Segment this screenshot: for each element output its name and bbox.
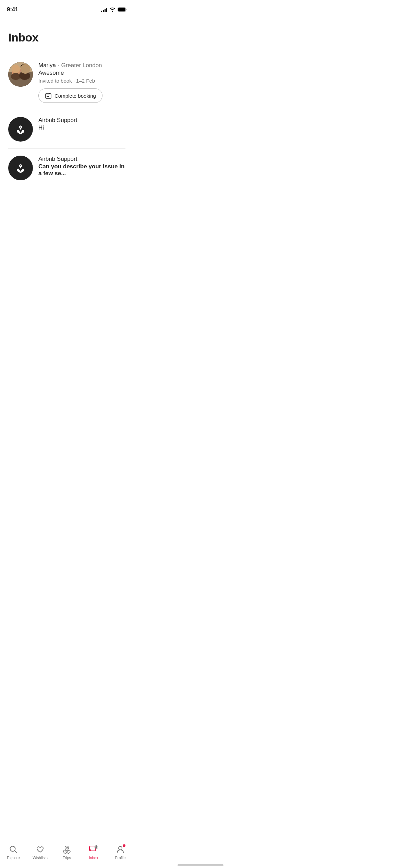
battery-icon [118, 7, 127, 12]
message-body-support-1: Airbnb Support Hi [38, 117, 125, 133]
svg-rect-1 [118, 8, 125, 12]
message-body-support-2: Airbnb Support Can you describe your iss… [38, 156, 125, 178]
svg-rect-13 [47, 96, 48, 97]
message-item-support-1[interactable]: Airbnb Support Hi [8, 110, 125, 149]
svg-rect-12 [49, 93, 50, 94]
message-header-support-2: Airbnb Support [38, 156, 125, 162]
complete-booking-button[interactable]: Complete booking [38, 88, 102, 103]
svg-point-5 [11, 73, 21, 80]
message-list: Mariya · Greater London Awesome Invited … [8, 55, 125, 187]
sender-name-mariya: Mariya [38, 62, 56, 69]
avatar-support-1 [8, 117, 33, 142]
avatar-mariya [8, 62, 33, 87]
airbnb-logo-icon-2 [14, 162, 27, 174]
wifi-icon [109, 7, 116, 12]
page-title: Inbox [8, 31, 125, 44]
airbnb-logo-icon [14, 123, 27, 135]
message-header-mariya: Mariya · Greater London [38, 62, 125, 69]
svg-rect-14 [48, 96, 49, 97]
svg-point-9 [12, 66, 19, 71]
sender-location-mariya: · Greater London [58, 62, 102, 69]
complete-booking-label: Complete booking [54, 93, 96, 99]
status-bar: 9:41 [0, 0, 134, 17]
message-header-support-1: Airbnb Support [38, 117, 125, 124]
message-preview-support-1: Hi [38, 124, 125, 131]
message-body-mariya: Mariya · Greater London Awesome Invited … [38, 62, 125, 103]
main-content: Inbox [0, 17, 134, 187]
status-time: 9:41 [7, 6, 18, 13]
signal-icon [101, 7, 107, 12]
sender-name-support-2: Airbnb Support [38, 156, 77, 162]
svg-point-8 [21, 64, 29, 70]
svg-point-7 [19, 72, 30, 80]
message-meta-mariya: Invited to book · 1–2 Feb [38, 78, 125, 84]
avatar-support-2 [8, 156, 33, 180]
calendar-icon [45, 92, 52, 99]
sender-name-support-1: Airbnb Support [38, 117, 77, 124]
message-item-support-2[interactable]: Airbnb Support Can you describe your iss… [8, 149, 125, 187]
message-preview-support-2: Can you describe your issue in a few se.… [38, 163, 125, 177]
status-icons [101, 7, 127, 12]
message-preview-mariya: Awesome [38, 70, 125, 76]
message-item-mariya[interactable]: Mariya · Greater London Awesome Invited … [8, 55, 125, 110]
svg-rect-11 [47, 93, 47, 94]
